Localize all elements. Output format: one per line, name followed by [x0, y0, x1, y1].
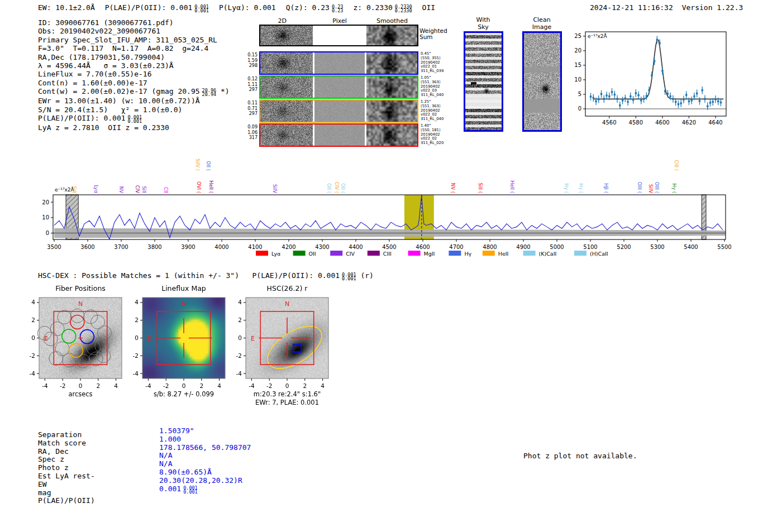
emission-line-label: Lyα	[93, 185, 99, 193]
catalog-match-box	[293, 344, 301, 352]
x-tick-label: 0	[182, 382, 186, 389]
stacked-uncertainty: 20.9620.94	[202, 89, 217, 97]
x-tick-label: 4900	[516, 244, 530, 250]
match-row-label: Est LyA rest-EW	[38, 472, 95, 489]
data-point	[646, 95, 647, 97]
data-point	[669, 95, 671, 97]
x-tick-label: 5400	[684, 244, 698, 250]
fiber-circle	[98, 326, 112, 340]
y-tick-label: 10	[574, 76, 581, 83]
match-value-text: 1.50379"	[159, 426, 194, 435]
x-tick-label: 4400	[349, 244, 363, 250]
x-tick-label: 4620	[682, 119, 696, 126]
x-tick-label: 0	[79, 382, 83, 389]
y-tick-label: 15	[574, 62, 581, 68]
info-line-8: Cont(w) = 2.00(±0.02)e-17 (gmag 20.9520.…	[38, 87, 230, 97]
fiber-circle	[76, 354, 90, 368]
data-point	[690, 99, 692, 101]
legend-swatch	[408, 251, 421, 256]
match-row-label: Match score	[38, 439, 95, 448]
cutout-left-labels: 0.151.59298	[242, 52, 258, 69]
x-tick-label: 4640	[708, 119, 722, 126]
match-row-value: N/A	[159, 460, 251, 468]
info-text: λ = 4596.44Å σ = 3.03(±0.23)Å	[38, 61, 174, 70]
summary-header: EW: 10.1±2.0ÅP(LAE)/P(OII): 0.0010.0010.…	[38, 3, 445, 13]
info-line-2: Primary Spec_Slot_IFU_AMP: 311_053_025_R…	[38, 36, 230, 44]
cutout-right-labels: 0.45"(550, 355)20190402v022_01311_RL_039	[421, 52, 444, 74]
x-tick-label: 4560	[602, 119, 616, 126]
match-row-label: Spec z	[38, 456, 95, 464]
cutout-weight-value: 0.71	[242, 106, 258, 112]
y-tick-label: -2	[30, 352, 35, 359]
x-tick-label: 4	[217, 382, 221, 389]
cutout-weight-value: 298	[242, 63, 258, 69]
data-point	[707, 106, 708, 107]
cutout-fiber-info: 311_RL_040	[421, 93, 444, 98]
stacked-uncertainty: 0.0010.001	[194, 5, 209, 13]
data-point	[619, 104, 621, 106]
match-value-text: 20.30(20.28,20.32)R	[159, 476, 242, 485]
emission-line-label: OII (	[340, 183, 346, 193]
legend-label: Hγ	[464, 251, 471, 257]
data-point	[693, 95, 695, 97]
legend-swatch	[523, 251, 536, 256]
east-label: E	[147, 335, 151, 342]
legend-swatch	[256, 251, 268, 256]
match-row-value: N/A	[159, 452, 251, 460]
line-fit-svg: 456045804600462046400510152025e⁻¹⁷x2Å	[570, 22, 737, 128]
x-tick-label: 5500	[717, 244, 731, 250]
panel-title: With Sky	[476, 16, 490, 31]
spec-2d-cutout	[260, 52, 313, 74]
legend-swatch	[574, 251, 586, 256]
x-tick-label: -4	[42, 382, 48, 389]
data-point	[656, 39, 658, 40]
x-tick-label: -2	[60, 382, 65, 389]
y-tick-label: 2	[135, 317, 139, 323]
smoothed-cutout	[366, 26, 417, 45]
panel-title: HSC(26.2) r	[267, 284, 308, 293]
data-point	[712, 101, 714, 103]
info-line-5: λ = 4596.44Å σ = 3.03(±0.23)Å	[38, 61, 230, 70]
data-point	[717, 100, 719, 102]
data-point	[603, 98, 605, 100]
y-tick-label: 5	[578, 91, 581, 97]
x-tick-label: 4500	[382, 244, 396, 250]
legend-swatch	[483, 251, 495, 256]
y-tick-label: 4	[31, 299, 35, 305]
x-tick-label: 4100	[248, 244, 262, 250]
x-axis-label: arcsecs	[68, 390, 92, 398]
emission-line-label: NV (	[450, 183, 456, 193]
data-point	[635, 92, 637, 94]
x-tick-label: -2	[163, 382, 169, 389]
header-segment-2: P(Lyα): 0.001	[219, 3, 276, 12]
emission-line-label: OVI (	[196, 181, 202, 193]
info-text: ID: 3090067761 (3090067761.pdf)	[38, 18, 174, 27]
header-segment-3: Q(z): 0.230.230.23	[286, 3, 344, 12]
photz-note: Phot z plot not available.	[523, 452, 637, 460]
cutout-weight-value: 0.12	[242, 76, 258, 82]
data-point	[683, 99, 684, 100]
cutout-fiber-info: 311_RL_040	[421, 117, 444, 122]
x-tick-label: 3600	[80, 244, 94, 250]
match-row-label: Separation	[38, 431, 95, 439]
pixel-flat-cutout	[314, 52, 365, 74]
y-tick-label: 2	[31, 317, 35, 323]
cutout-right-labels: 1.25"(551, 363)20190402v022_02311_RL_040	[421, 100, 444, 122]
north-label: N	[285, 300, 289, 308]
emission-line-label: OIII (	[637, 182, 642, 193]
smoothed-cutout	[366, 100, 417, 122]
match-table-values: 1.50379"1.000178.178566, 50.798707N/AN/A…	[159, 427, 251, 494]
y-tick-label: -4	[133, 370, 139, 377]
data-point	[600, 93, 602, 95]
data-point	[630, 95, 631, 97]
emission-line-label: NV	[118, 186, 124, 193]
y-tick-label: 0	[135, 334, 139, 341]
version-label: Version 1.22.3	[682, 3, 743, 12]
panel-title: Fiber Positions	[55, 284, 106, 293]
east-label: E	[44, 335, 48, 342]
info-line-12: LyA z = 2.7810 OII z = 0.2330	[38, 123, 230, 132]
smoothed-cutout	[366, 52, 417, 74]
legend-label: CIII	[383, 251, 392, 257]
cutout-weight-value: 0.11	[242, 100, 258, 106]
emission-line-label: SiIV	[648, 184, 654, 193]
